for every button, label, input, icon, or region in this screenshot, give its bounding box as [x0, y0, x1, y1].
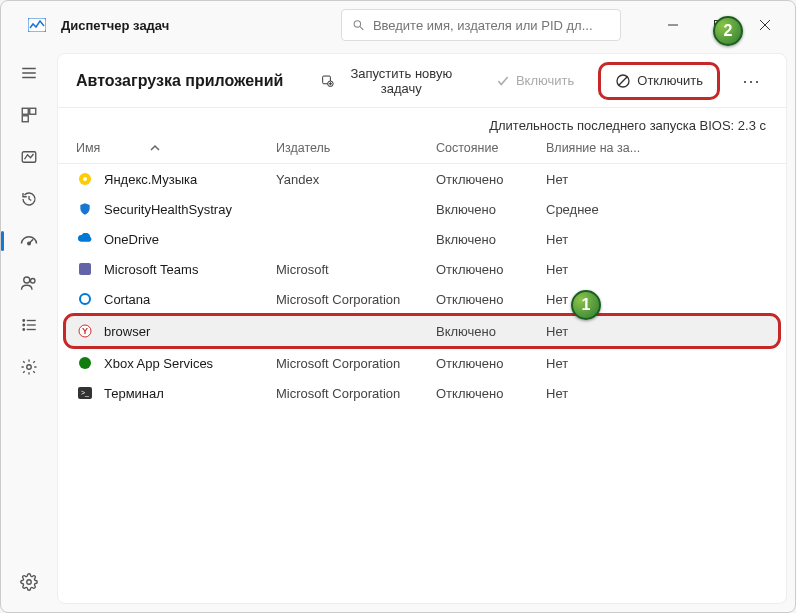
nav-users[interactable] [9, 263, 49, 303]
bios-duration-label: Длительность последнего запуска BIOS: 2.… [58, 108, 786, 137]
row-publisher: Yandex [276, 172, 436, 187]
nav-settings[interactable] [9, 562, 49, 602]
run-new-task-button[interactable]: Запустить новую задачу [311, 60, 472, 102]
row-impact: Среднее [546, 202, 656, 217]
row-publisher: Microsoft Corporation [276, 292, 436, 307]
table-row[interactable]: >_ТерминалMicrosoft CorporationОтключено… [58, 378, 786, 408]
app-title: Диспетчер задач [61, 18, 169, 33]
onedrive-icon [76, 230, 94, 248]
nav-processes[interactable] [9, 95, 49, 135]
svg-rect-12 [22, 116, 28, 122]
header-state[interactable]: Состояние [436, 141, 546, 155]
sidebar [1, 49, 57, 612]
minimize-button[interactable] [651, 10, 695, 40]
row-name: Microsoft Teams [104, 262, 276, 277]
search-box[interactable] [341, 9, 621, 41]
svg-point-24 [27, 365, 32, 370]
table-row[interactable]: YbrowserВключеноНет [66, 316, 778, 346]
row-name: Яндекс.Музыка [104, 172, 276, 187]
table-row[interactable]: OneDriveВключеноНет [58, 224, 786, 254]
app-icon [25, 13, 49, 37]
row-impact: Нет [546, 292, 656, 307]
svg-rect-11 [30, 108, 36, 114]
column-headers: Имя Издатель Состояние Влияние на за... [58, 137, 786, 164]
row-impact: Нет [546, 232, 656, 247]
row-state: Отключено [436, 386, 546, 401]
task-manager-window: Диспетчер задач Автозагрузка приложений [0, 0, 796, 613]
nav-services[interactable] [9, 347, 49, 387]
svg-rect-10 [22, 108, 28, 114]
row-name: browser [104, 324, 276, 339]
row-impact: Нет [546, 262, 656, 277]
table-body: Яндекс.МузыкаYandexОтключеноНетSecurityH… [58, 164, 786, 603]
xbox-icon [76, 354, 94, 372]
header-name[interactable]: Имя [76, 141, 276, 155]
search-input[interactable] [373, 18, 610, 33]
svg-point-16 [24, 277, 30, 283]
row-impact: Нет [546, 386, 656, 401]
row-impact: Нет [546, 172, 656, 187]
svg-point-22 [23, 329, 25, 331]
row-state: Отключено [436, 262, 546, 277]
svg-point-38 [79, 357, 91, 369]
row-name: Cortana [104, 292, 276, 307]
more-button[interactable]: ⋯ [734, 66, 768, 96]
row-state: Включено [436, 324, 546, 339]
row-state: Отключено [436, 172, 546, 187]
row-name: OneDrive [104, 232, 276, 247]
header-impact[interactable]: Влияние на за... [546, 141, 656, 155]
header-publisher[interactable]: Издатель [276, 141, 436, 155]
sort-asc-icon [150, 143, 160, 153]
close-button[interactable] [743, 10, 787, 40]
row-name: Xbox App Services [104, 356, 276, 371]
row-name: SecurityHealthSystray [104, 202, 276, 217]
row-publisher: Microsoft Corporation [276, 356, 436, 371]
svg-point-18 [23, 320, 25, 322]
nav-details[interactable] [9, 305, 49, 345]
row-impact: Нет [546, 356, 656, 371]
nav-history[interactable] [9, 179, 49, 219]
teams-icon [76, 260, 94, 278]
toolbar: Автозагрузка приложений Запустить новую … [58, 54, 786, 108]
svg-point-17 [31, 279, 36, 284]
page-title: Автозагрузка приложений [76, 72, 283, 90]
row-state: Отключено [436, 292, 546, 307]
annotation-badge-2: 2 [713, 16, 743, 46]
check-icon [496, 74, 510, 88]
hamburger-button[interactable] [9, 53, 49, 93]
cortana-icon [76, 290, 94, 308]
terminal-icon: >_ [76, 384, 94, 402]
table-row[interactable]: Xbox App ServicesMicrosoft CorporationОт… [58, 348, 786, 378]
content-panel: Автозагрузка приложений Запустить новую … [57, 53, 787, 604]
svg-point-25 [27, 580, 32, 585]
run-task-icon [321, 73, 334, 89]
table-row[interactable]: Яндекс.МузыкаYandexОтключеноНет [58, 164, 786, 194]
row-state: Включено [436, 202, 546, 217]
svg-point-15 [28, 242, 31, 245]
yandex-music-icon [76, 170, 94, 188]
table-row[interactable]: Microsoft TeamsMicrosoftОтключеноНет [58, 254, 786, 284]
enable-button: Включить [486, 67, 584, 94]
nav-startup[interactable] [9, 221, 49, 261]
table-row[interactable]: CortanaMicrosoft CorporationОтключеноНет [58, 284, 786, 314]
table-row[interactable]: SecurityHealthSystrayВключеноСреднее [58, 194, 786, 224]
shield-icon [76, 200, 94, 218]
svg-point-35 [80, 294, 90, 304]
row-publisher: Microsoft [276, 262, 436, 277]
svg-line-2 [360, 27, 363, 30]
disable-icon [615, 73, 631, 89]
svg-text:Y: Y [82, 326, 88, 336]
svg-rect-34 [79, 263, 91, 275]
row-state: Включено [436, 232, 546, 247]
ybrowser-icon: Y [76, 322, 94, 340]
titlebar: Диспетчер задач [1, 1, 795, 49]
row-publisher: Microsoft Corporation [276, 386, 436, 401]
row-name: Терминал [104, 386, 276, 401]
search-icon [352, 18, 365, 32]
svg-text:>_: >_ [81, 389, 89, 397]
svg-point-20 [23, 324, 25, 326]
disable-button[interactable]: Отключить [598, 62, 720, 100]
nav-performance[interactable] [9, 137, 49, 177]
svg-point-1 [354, 21, 360, 27]
annotation-badge-1: 1 [571, 290, 601, 320]
